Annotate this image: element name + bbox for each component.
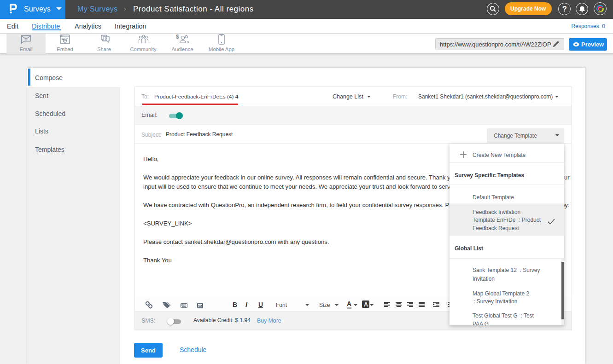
svg-text:$: $ bbox=[176, 34, 179, 40]
